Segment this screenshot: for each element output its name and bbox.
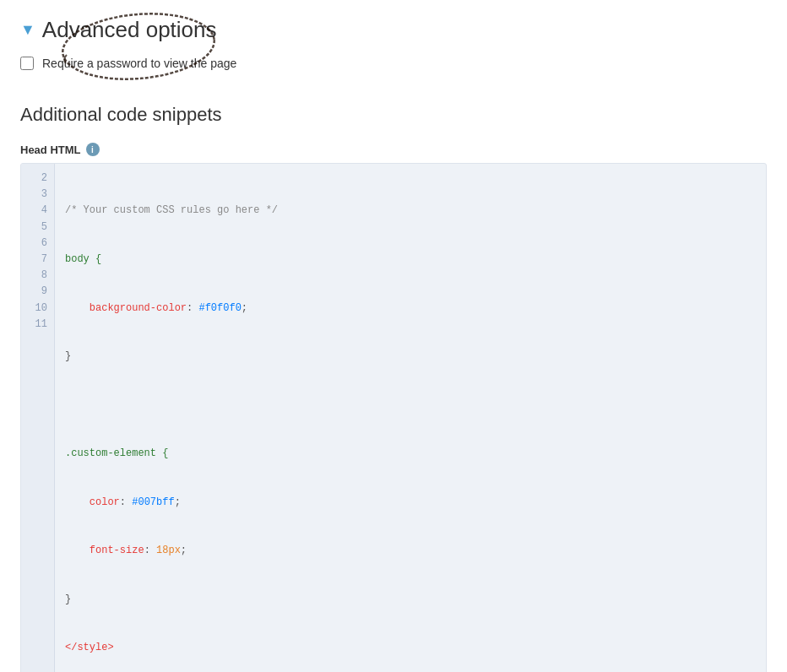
line-num: 8 [21, 268, 54, 284]
token-property: background-color [90, 302, 187, 314]
head-html-info-icon[interactable]: i [86, 143, 100, 156]
code-line: } [65, 592, 756, 608]
password-checkbox-label[interactable]: Require a password to view the page [42, 57, 236, 70]
line-num: 3 [21, 187, 54, 203]
line-num: 6 [21, 236, 54, 252]
chevron-icon[interactable]: ▼ [20, 21, 35, 39]
token-property: color [90, 496, 120, 508]
code-line: color: #007bff; [65, 495, 756, 511]
head-html-line-numbers: 2 3 4 5 6 7 8 9 10 11 [21, 164, 55, 672]
token-selector: .custom-element { [65, 447, 168, 459]
code-line: } [65, 349, 756, 365]
token-value: #007bff [132, 496, 174, 508]
head-html-editor[interactable]: 2 3 4 5 6 7 8 9 10 11 /* Your custom CSS… [20, 163, 767, 672]
token-value-num: 18px [156, 545, 181, 556]
code-line: </style> [65, 640, 756, 656]
head-html-label: Head HTML [20, 144, 81, 156]
token-selector: body { [65, 253, 101, 265]
line-num: 5 [21, 219, 54, 236]
code-line [65, 398, 756, 414]
advanced-options-header: ▼ Advanced options [20, 17, 767, 43]
line-num: 4 [21, 203, 54, 219]
line-num: 10 [21, 301, 54, 317]
advanced-options-title: Advanced options [42, 17, 217, 43]
head-html-label-row: Head HTML i [20, 143, 767, 156]
token-value: #f0f0f0 [198, 302, 241, 314]
code-line: font-size: 18px; [65, 543, 756, 559]
code-line: body { [65, 252, 756, 268]
line-num: 2 [21, 171, 54, 187]
token-comment: /* Your custom CSS rules go here */ [65, 204, 278, 216]
line-num: 7 [21, 252, 54, 268]
code-line: /* Your custom CSS rules go here */ [65, 203, 756, 219]
password-checkbox-row: Require a password to view the page [20, 57, 767, 70]
head-html-code-content[interactable]: /* Your custom CSS rules go here */ body… [55, 164, 766, 672]
line-num: 9 [21, 284, 54, 300]
code-line: .custom-element { [65, 446, 756, 462]
additional-code-title: Additional code snippets [20, 104, 767, 126]
line-num: 11 [21, 317, 54, 333]
code-line: background-color: #f0f0f0; [65, 301, 756, 317]
password-checkbox[interactable] [20, 57, 34, 70]
token-tag: </style> [65, 642, 114, 653]
token-property: font-size [90, 545, 144, 556]
